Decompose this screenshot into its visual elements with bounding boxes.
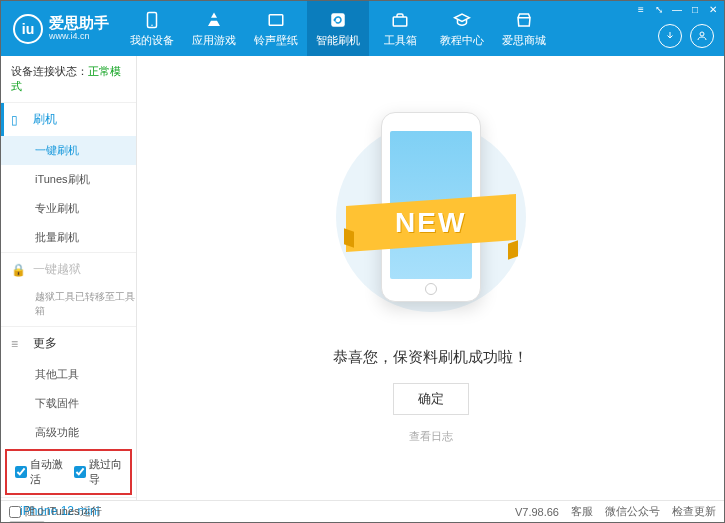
top-nav: 我的设备 应用游戏 铃声壁纸 智能刷机 工具箱 教程中心 爱思商城 <box>121 1 555 56</box>
user-button[interactable] <box>690 24 714 48</box>
sidebar-jailbreak-head[interactable]: 🔒 一键越狱 <box>1 253 136 286</box>
view-log-link[interactable]: 查看日志 <box>409 429 453 444</box>
skip-guide-checkbox[interactable]: 跳过向导 <box>74 457 123 487</box>
app-url: www.i4.cn <box>49 32 109 42</box>
phone-icon: ▯ <box>11 113 27 127</box>
main-content: NEW 恭喜您，保资料刷机成功啦！ 确定 查看日志 <box>137 56 724 500</box>
maximize-icon[interactable]: □ <box>688 3 702 17</box>
pin-icon[interactable]: ⤡ <box>652 3 666 17</box>
block-itunes-checkbox[interactable]: 阻止iTunes运行 <box>9 504 102 519</box>
store-icon <box>514 10 534 30</box>
minimize-icon[interactable]: — <box>670 3 684 17</box>
toolbox-icon <box>390 10 410 30</box>
nav-apps[interactable]: 应用游戏 <box>183 1 245 56</box>
sidebar-more-head[interactable]: ≡ 更多 <box>1 327 136 360</box>
nav-store[interactable]: 爱思商城 <box>493 1 555 56</box>
app-title: 爱思助手 <box>49 15 109 32</box>
sidebar-flash-head[interactable]: ▯ 刷机 <box>1 103 136 136</box>
sidebar: 设备连接状态：正常模式 ▯ 刷机 一键刷机 iTunes刷机 专业刷机 批量刷机… <box>1 56 137 500</box>
nav-label: 应用游戏 <box>192 33 236 48</box>
nav-flash[interactable]: 智能刷机 <box>307 1 369 56</box>
version-label: V7.98.66 <box>515 506 559 518</box>
logo: iu 爱思助手 www.i4.cn <box>1 14 121 44</box>
nav-label: 铃声壁纸 <box>254 33 298 48</box>
window-controls: ≡ ⤡ — □ ✕ <box>634 3 720 17</box>
svg-point-5 <box>700 32 704 36</box>
sidebar-item-batch[interactable]: 批量刷机 <box>1 223 136 252</box>
svg-rect-4 <box>393 17 407 26</box>
nav-toolbox[interactable]: 工具箱 <box>369 1 431 56</box>
menu-icon[interactable]: ≡ <box>634 3 648 17</box>
ok-button[interactable]: 确定 <box>393 383 469 415</box>
success-message: 恭喜您，保资料刷机成功啦！ <box>333 348 528 367</box>
options-row: 自动激活 跳过向导 <box>5 449 132 495</box>
nav-label: 教程中心 <box>440 33 484 48</box>
sidebar-item-itunes[interactable]: iTunes刷机 <box>1 165 136 194</box>
sidebar-item-advanced[interactable]: 高级功能 <box>1 418 136 447</box>
nav-my-device[interactable]: 我的设备 <box>121 1 183 56</box>
app-header: iu 爱思助手 www.i4.cn 我的设备 应用游戏 铃声壁纸 智能刷机 工具… <box>1 1 724 56</box>
phone-icon <box>142 10 162 30</box>
list-icon: ≡ <box>11 337 27 351</box>
sidebar-item-oneclick[interactable]: 一键刷机 <box>1 136 136 165</box>
wallpaper-icon <box>266 10 286 30</box>
wechat-link[interactable]: 微信公众号 <box>605 504 660 519</box>
check-update-link[interactable]: 检查更新 <box>672 504 716 519</box>
logo-icon: iu <box>13 14 43 44</box>
refresh-icon <box>328 10 348 30</box>
jailbreak-note: 越狱工具已转移至工具箱 <box>1 286 136 326</box>
nav-label: 我的设备 <box>130 33 174 48</box>
nav-tutorials[interactable]: 教程中心 <box>431 1 493 56</box>
svg-rect-2 <box>269 14 283 25</box>
download-button[interactable] <box>658 24 682 48</box>
svg-point-1 <box>151 24 153 26</box>
sidebar-item-other[interactable]: 其他工具 <box>1 360 136 389</box>
nav-ringtones[interactable]: 铃声壁纸 <box>245 1 307 56</box>
connection-status: 设备连接状态：正常模式 <box>1 56 136 102</box>
apps-icon <box>204 10 224 30</box>
new-badge: NEW <box>395 207 466 239</box>
auto-activate-checkbox[interactable]: 自动激活 <box>15 457 64 487</box>
sidebar-item-download[interactable]: 下载固件 <box>1 389 136 418</box>
service-link[interactable]: 客服 <box>571 504 593 519</box>
lock-icon: 🔒 <box>11 263 27 277</box>
success-illustration: NEW <box>346 112 516 332</box>
sidebar-item-pro[interactable]: 专业刷机 <box>1 194 136 223</box>
header-actions <box>658 24 714 48</box>
nav-label: 智能刷机 <box>316 33 360 48</box>
nav-label: 工具箱 <box>384 33 417 48</box>
close-icon[interactable]: ✕ <box>706 3 720 17</box>
graduation-icon <box>452 10 472 30</box>
nav-label: 爱思商城 <box>502 33 546 48</box>
